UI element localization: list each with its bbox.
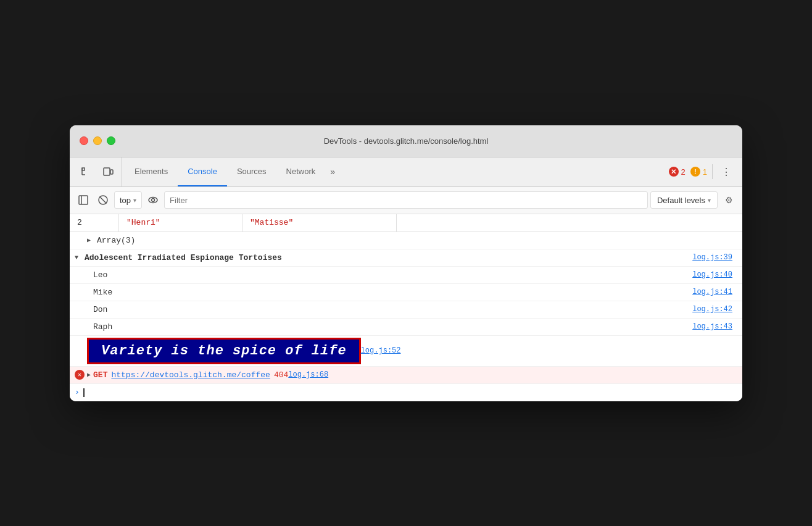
default-levels-dropdown[interactable]: Default levels ▾ — [650, 191, 718, 209]
raph-line: Raph log.js:43 — [70, 319, 742, 335]
variety-box: Variety is the spice of life — [87, 338, 361, 364]
log-row-raph: Raph log.js:43 — [70, 319, 742, 336]
devtools-window: DevTools - devtools.glitch.me/console/lo… — [70, 125, 742, 401]
error-source-link[interactable]: log.js:68 — [288, 370, 333, 379]
console-content: 2 "Henri" "Matisse" ▶ Array(3) ▼ Adolesc… — [70, 214, 742, 401]
array-text: Array(3) — [97, 236, 737, 245]
settings-icon[interactable]: ⚙ — [720, 191, 737, 209]
context-selector[interactable]: top ▾ — [114, 191, 142, 209]
leo-text: Leo — [93, 270, 692, 280]
leo-line: Leo log.js:40 — [70, 267, 742, 283]
error-expand-icon[interactable]: ▶ — [87, 371, 91, 378]
close-button[interactable] — [80, 136, 88, 145]
error-row-icon: ✕ — [75, 370, 85, 380]
raph-text: Raph — [93, 322, 692, 332]
error-badge[interactable]: ✕ 2 — [669, 167, 686, 177]
minimize-button[interactable] — [93, 136, 102, 145]
group-header-text: Adolescent Irradiated Espionage Tortoise… — [85, 253, 692, 262]
tab-console[interactable]: Console — [178, 157, 227, 186]
warning-icon: ! — [690, 167, 700, 177]
log-row-don: Don log.js:42 — [70, 301, 742, 319]
maximize-button[interactable] — [107, 136, 115, 145]
don-text: Don — [93, 305, 692, 314]
variety-line: Variety is the spice of life log.js:52 — [70, 336, 742, 366]
svg-rect-1 — [110, 170, 113, 174]
variety-row: Variety is the spice of life log.js:52 — [70, 336, 742, 367]
don-link[interactable]: log.js:42 — [692, 305, 737, 314]
table-cell-col1: "Henri" — [119, 214, 242, 232]
error-line: ✕ ▶ GET https://devtools.glitch.me/coffe… — [70, 367, 742, 383]
array-line: ▶ Array(3) — [70, 232, 742, 249]
tab-bar-right: ✕ 2 ! 1 ⋮ — [669, 157, 740, 186]
menu-icon[interactable]: ⋮ — [718, 163, 735, 180]
log-row-mike: Mike log.js:41 — [70, 284, 742, 301]
log-row-leo: Leo log.js:40 — [70, 267, 742, 284]
eye-icon[interactable] — [144, 191, 162, 209]
group-header-row: ▼ Adolescent Irradiated Espionage Tortoi… — [70, 249, 742, 267]
group-header-link[interactable]: log.js:39 — [692, 253, 737, 262]
mike-link[interactable]: log.js:41 — [692, 288, 737, 296]
array-row: ▶ Array(3) — [70, 232, 742, 249]
svg-point-7 — [152, 199, 155, 202]
array-expand-icon[interactable]: ▶ — [87, 236, 97, 244]
tab-network[interactable]: Network — [276, 157, 326, 186]
tab-bar: Elements Console Sources Network » ✕ 2 !… — [70, 157, 742, 187]
svg-rect-0 — [104, 168, 110, 175]
error-icon: ✕ — [669, 167, 679, 177]
device-icon[interactable] — [99, 163, 117, 180]
cursor-blink — [83, 388, 85, 397]
group-header-line: ▼ Adolescent Irradiated Espionage Tortoi… — [70, 249, 742, 266]
table-cell-col2: "Matisse" — [242, 214, 397, 232]
devtools-body: Elements Console Sources Network » ✕ 2 !… — [70, 157, 742, 401]
toolbar: top ▾ Default levels ▾ ⚙ — [70, 187, 742, 214]
mike-line: Mike log.js:41 — [70, 284, 742, 301]
error-url-link[interactable]: https://devtools.glitch.me/coffee — [111, 370, 270, 380]
leo-link[interactable]: log.js:40 — [692, 270, 737, 279]
tab-bar-icons — [72, 157, 122, 186]
more-tabs-button[interactable]: » — [325, 157, 340, 186]
error-status-code: 404 — [274, 370, 288, 380]
warning-badge[interactable]: ! 1 — [690, 167, 707, 177]
error-row: ✕ ▶ GET https://devtools.glitch.me/coffe… — [70, 367, 742, 384]
cursor-row[interactable]: › — [70, 384, 742, 401]
table-cell-index: 2 — [70, 214, 119, 232]
filter-input[interactable] — [164, 191, 648, 209]
title-bar: DevTools - devtools.glitch.me/console/lo… — [70, 125, 742, 157]
window-title: DevTools - devtools.glitch.me/console/lo… — [324, 136, 489, 146]
don-line: Don log.js:42 — [70, 301, 742, 318]
svg-line-5 — [100, 197, 107, 204]
block-icon[interactable] — [94, 191, 112, 209]
table-cell-empty — [397, 214, 742, 232]
sidebar-toggle-icon[interactable] — [75, 191, 92, 209]
table-row: 2 "Henri" "Matisse" — [70, 214, 742, 232]
error-get-label: GET — [93, 370, 107, 380]
divider — [712, 164, 713, 179]
raph-link[interactable]: log.js:43 — [692, 322, 737, 331]
variety-link[interactable]: log.js:52 — [361, 346, 406, 355]
traffic-lights — [80, 136, 115, 145]
mike-text: Mike — [93, 288, 692, 297]
tab-elements[interactable]: Elements — [125, 157, 178, 186]
inspect-icon[interactable] — [77, 163, 94, 180]
svg-rect-2 — [79, 196, 88, 204]
tab-sources[interactable]: Sources — [227, 157, 276, 186]
group-expand-icon[interactable]: ▼ — [75, 254, 85, 261]
cursor-prompt: › — [75, 388, 80, 397]
